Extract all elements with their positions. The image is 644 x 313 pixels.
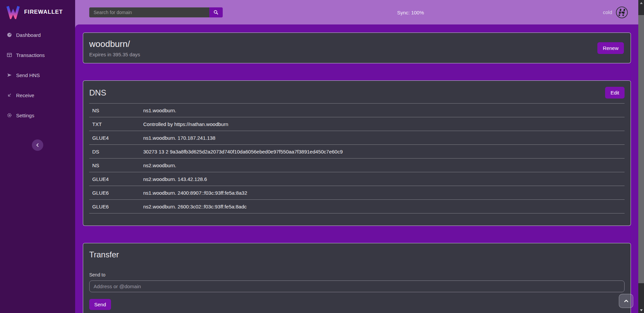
content-area: woodburn/ Expires in 395.35 days Renew D… bbox=[75, 24, 638, 313]
sync-status: Sync: 100% bbox=[397, 9, 424, 15]
chevron-left-icon bbox=[34, 142, 41, 148]
sidebar-item-label: Settings bbox=[16, 113, 34, 118]
scrollbar-thumb[interactable] bbox=[638, 15, 644, 283]
dns-record-value: ns2.woodburn. 2600:3c02::f03c:93ff:fe5a:… bbox=[143, 204, 625, 209]
send-icon bbox=[6, 72, 13, 78]
dns-record-value: Controlled by https://nathan.woodburn bbox=[143, 121, 625, 127]
triangle-up-icon bbox=[640, 2, 643, 4]
handshake-icon bbox=[615, 6, 628, 19]
dns-record-row: GLUE4 ns1.woodburn. 170.187.241.138 bbox=[89, 131, 625, 145]
receive-icon bbox=[6, 92, 13, 99]
dns-record-row: DS 30273 13 2 9a3a8fb3d625d2a2073d740f10… bbox=[89, 145, 625, 159]
table-icon bbox=[6, 52, 13, 58]
sidebar-item-settings[interactable]: Settings bbox=[0, 110, 75, 121]
search-input[interactable] bbox=[89, 7, 209, 17]
dns-title: DNS bbox=[89, 88, 106, 98]
dns-record-value: ns1.woodburn. bbox=[143, 108, 625, 113]
main-pane: Sync: 100% cold woodburn/ Expires in 395… bbox=[75, 0, 644, 313]
sidebar-item-transactions[interactable]: Transactions bbox=[0, 50, 75, 60]
domain-expiry: Expires in 395.35 days bbox=[89, 52, 140, 57]
app-title: FIREWALLET bbox=[24, 9, 63, 15]
chevron-up-icon bbox=[623, 297, 630, 305]
sidebar-item-label: Receive bbox=[16, 92, 34, 98]
edit-dns-button[interactable]: Edit bbox=[605, 87, 625, 99]
dns-record-row: TXT Controlled by https://nathan.woodbur… bbox=[89, 117, 625, 131]
scrollbar-down-arrow[interactable] bbox=[638, 307, 644, 313]
dns-record-type: TXT bbox=[92, 121, 143, 127]
dns-record-value: ns2.woodburn. bbox=[143, 163, 625, 168]
sidebar-item-label: Dashboard bbox=[16, 32, 41, 38]
scrollbar-up-arrow[interactable] bbox=[638, 0, 644, 6]
dns-record-type: GLUE4 bbox=[92, 176, 143, 182]
dns-card: DNS Edit NS ns1.woodburn. TXT Controlled… bbox=[83, 80, 631, 226]
topbar: Sync: 100% cold bbox=[75, 0, 638, 24]
wallet-cluster[interactable]: cold bbox=[603, 6, 628, 19]
dns-record-value: ns1.woodburn. 2400:8907::f03c:93ff:fe5a:… bbox=[143, 190, 625, 196]
dns-record-row: GLUE4 ns2.woodburn. 143.42.128.6 bbox=[89, 172, 625, 186]
triangle-down-icon bbox=[640, 309, 643, 311]
dns-record-row: GLUE6 ns1.woodburn. 2400:8907::f03c:93ff… bbox=[89, 186, 625, 200]
scroll-to-top-button[interactable] bbox=[619, 294, 633, 308]
dns-record-row: NS ns2.woodburn. bbox=[89, 159, 625, 172]
sidebar-item-send-hns[interactable]: Send HNS bbox=[0, 70, 75, 80]
domain-header-card: woodburn/ Expires in 395.35 days Renew bbox=[83, 33, 631, 63]
dns-record-row: GLUE6 ns2.woodburn. 2600:3c02::f03c:93ff… bbox=[89, 200, 625, 213]
sidebar-collapse-button[interactable] bbox=[32, 139, 43, 151]
firewallet-w-icon bbox=[6, 4, 20, 19]
dns-record-type: GLUE6 bbox=[92, 204, 143, 209]
send-to-label: Send to bbox=[89, 272, 625, 277]
domain-search bbox=[89, 7, 223, 17]
dns-record-row: NS ns1.woodburn. bbox=[89, 104, 625, 117]
sidebar-item-dashboard[interactable]: Dashboard bbox=[0, 29, 75, 40]
scrollbar[interactable] bbox=[638, 0, 644, 313]
dns-record-type: GLUE6 bbox=[92, 190, 143, 196]
search-icon bbox=[213, 9, 219, 15]
wallet-name: cold bbox=[603, 9, 612, 15]
sidebar-item-receive[interactable]: Receive bbox=[0, 90, 75, 101]
domain-name: woodburn/ bbox=[89, 39, 140, 49]
search-button[interactable] bbox=[209, 7, 223, 17]
send-transfer-button[interactable]: Send bbox=[89, 299, 111, 310]
dns-record-type: NS bbox=[92, 108, 143, 113]
sidebar-item-label: Send HNS bbox=[16, 72, 40, 78]
renew-button[interactable]: Renew bbox=[597, 42, 624, 54]
gauge-icon bbox=[6, 32, 13, 38]
transfer-card: Transfer Send to Send bbox=[83, 243, 631, 313]
dns-record-value: ns1.woodburn. 170.187.241.138 bbox=[143, 135, 625, 141]
domain-header-text: woodburn/ Expires in 395.35 days bbox=[89, 39, 140, 57]
sidebar-item-label: Transactions bbox=[16, 52, 45, 58]
dns-records-table: NS ns1.woodburn. TXT Controlled by https… bbox=[89, 103, 625, 213]
transfer-title: Transfer bbox=[89, 250, 625, 259]
sidebar: FIREWALLET Dashboard Transactions Send H… bbox=[0, 0, 75, 313]
app-logo: FIREWALLET bbox=[0, 0, 75, 22]
transfer-address-input[interactable] bbox=[89, 280, 625, 292]
dns-record-value: 30273 13 2 9a3a8fb3d625d2a2073d740f10da6… bbox=[143, 149, 625, 154]
dns-card-header: DNS Edit bbox=[89, 87, 625, 99]
gear-icon bbox=[6, 112, 13, 119]
dns-record-type: NS bbox=[92, 163, 143, 168]
dns-record-type: DS bbox=[92, 149, 143, 154]
dns-record-type: GLUE4 bbox=[92, 135, 143, 141]
sidebar-nav: Dashboard Transactions Send HNS Receive … bbox=[0, 29, 75, 130]
dns-record-value: ns2.woodburn. 143.42.128.6 bbox=[143, 176, 625, 182]
